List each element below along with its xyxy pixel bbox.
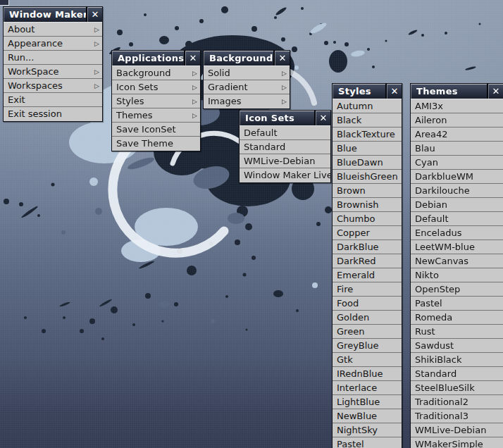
menu-item[interactable]: DarkRed [333,254,402,268]
menu-item[interactable]: Exit [4,93,102,107]
menu-item[interactable]: Appearance▷ [4,37,102,51]
menu-item[interactable]: Cyan [411,156,503,170]
menu-item[interactable]: Gradient▷ [204,80,290,94]
menu-item[interactable]: Default [240,126,330,140]
menu-item[interactable]: Green [333,325,402,339]
menu-title-applications[interactable]: Applications [112,51,184,66]
menu-title-icon-sets[interactable]: Icon Sets [240,111,314,125]
menu-item[interactable]: Brownish [333,198,402,212]
menu-item-label: About [8,24,35,35]
close-button[interactable]: ✕ [387,84,402,99]
menu-item[interactable]: Pastel [411,297,503,311]
menu-item[interactable]: Default [411,212,503,226]
menu-title-styles[interactable]: Styles [333,84,385,99]
menu-item[interactable]: ShikiBlack [411,353,503,367]
menu-item[interactable]: BlueishGreen [333,170,402,184]
menu-item-label: Brownish [337,199,378,210]
menu-item[interactable]: Sawdust [411,339,503,353]
menu-item[interactable]: Black [333,113,402,127]
menu-item-label: Styles [116,96,144,106]
menu-item[interactable]: Pastel [333,437,402,448]
menu-item[interactable]: Icon Sets▷ [112,80,200,94]
menu-item[interactable]: AMI3x [411,99,503,113]
close-button[interactable]: ✕ [275,51,290,66]
menu-item[interactable]: Darkilouche [411,184,503,198]
menu-item[interactable]: Standard [240,140,330,154]
menu-item[interactable]: Solid▷ [204,66,290,80]
menu-item[interactable]: Exit session [4,107,102,121]
menu-item-label: Pastel [337,439,364,448]
menu-item[interactable]: Fire [333,282,402,297]
menu-item[interactable]: Run... [4,51,102,65]
menu-item-label: Default [244,127,278,138]
menu-item[interactable]: NewCanvas [411,254,503,268]
menu-item[interactable]: Save Theme [112,137,200,151]
menu-item[interactable]: Copper [333,226,402,240]
menu-items: Solid▷Gradient▷Images▷ [204,66,290,108]
close-button[interactable]: ✕ [185,51,200,66]
menu-item[interactable]: Brown [333,184,402,198]
menu-item[interactable]: Rust [411,325,503,339]
menu-items: AMI3xAileronArea42BlauCyanDarkblueWMDark… [411,99,503,448]
menu-item[interactable]: SteelBlueSilk [411,381,503,395]
menu-item-label: Standard [415,368,457,379]
submenu-arrow-icon: ▷ [192,108,197,123]
menu-title-window-maker[interactable]: Window Maker [4,7,86,22]
menu-item-label: BlueDawn [337,157,383,168]
menu-item-label: Nikto [415,270,439,280]
menu-item[interactable]: Themes▷ [112,108,200,123]
menu-item[interactable]: Romeda [411,311,503,325]
menu-item[interactable]: About▷ [4,23,102,37]
menu-item[interactable]: WorkSpace▷ [4,65,102,79]
menu-item-label: NightSky [337,425,378,435]
menu-item[interactable]: WMLive-Debian [411,423,503,437]
menu-item[interactable]: Traditional3 [411,409,503,423]
menu-item[interactable]: Interlace [333,381,402,395]
menu-item[interactable]: Chumbo [333,212,402,226]
menu-item[interactable]: IRednBlue [333,367,402,381]
menu-item-label: NewCanvas [415,256,468,266]
menu-item[interactable]: LightBlue [333,395,402,409]
menu-item[interactable]: Gtk [333,353,402,367]
menu-item[interactable]: NewBlue [333,409,402,423]
menu-item-label: Standard [244,142,285,152]
menu-item[interactable]: Workspaces▷ [4,79,102,93]
menu-title-label: Styles [338,86,371,97]
menu-item[interactable]: Standard [411,367,503,381]
menu-item[interactable]: BlackTexture [333,127,402,142]
menu-item[interactable]: Blue [333,142,402,156]
menu-item[interactable]: WMakerSimple [411,437,503,448]
menu-item[interactable]: Images▷ [204,94,290,108]
close-button[interactable]: ✕ [488,84,503,99]
menu-item[interactable]: LeetWM-blue [411,240,503,254]
menu-title-themes[interactable]: Themes [411,84,487,99]
menu-item[interactable]: Debian [411,198,503,212]
menu-item[interactable]: Area42 [411,127,503,142]
close-button[interactable]: ✕ [87,7,102,22]
menu-title-background[interactable]: Background [204,51,273,66]
menu-item[interactable]: DarkBlue [333,240,402,254]
menu-item[interactable]: Food [333,297,402,311]
menu-item[interactable]: Golden [333,311,402,325]
menu-item[interactable]: OpenStep [411,282,503,297]
menu-item[interactable]: Autumn [333,99,402,113]
menu-item[interactable]: BlueDawn [333,156,402,170]
menu-item[interactable]: Aileron [411,113,503,127]
menu-item-label: ShikiBlack [415,354,461,365]
menu-item-label: Traditional3 [415,411,468,421]
menu-item[interactable]: DarkblueWM [411,170,503,184]
menu-item[interactable]: Background▷ [112,66,200,80]
menu-item[interactable]: WMLive-Debian [240,154,330,168]
close-button[interactable]: ✕ [316,111,330,125]
menu-item[interactable]: Enceladus [411,226,503,240]
menu-item[interactable]: Save IconSet [112,123,200,137]
menu-item[interactable]: Nikto [411,268,503,282]
menu-item[interactable]: Blau [411,142,503,156]
menu-item[interactable]: NightSky [333,423,402,437]
menu-item[interactable]: GreyBlue [333,339,402,353]
menu-item-label: Brown [337,185,366,196]
menu-item[interactable]: Emerald [333,268,402,282]
menu-item[interactable]: Window Maker Live [240,168,330,182]
menu-item[interactable]: Traditional2 [411,395,503,409]
menu-item[interactable]: Styles▷ [112,94,200,108]
